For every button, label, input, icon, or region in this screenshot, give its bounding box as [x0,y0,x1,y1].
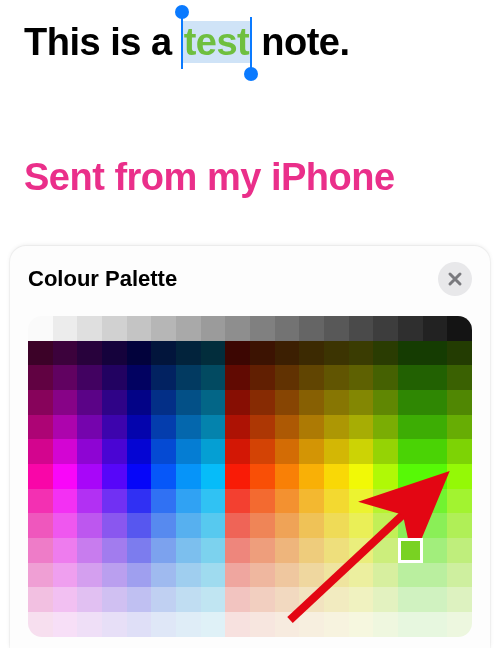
colour-swatch[interactable] [250,489,275,514]
colour-swatch[interactable] [225,439,250,464]
colour-swatch[interactable] [398,538,423,563]
colour-swatch[interactable] [28,365,53,390]
colour-swatch[interactable] [53,587,78,612]
colour-swatch[interactable] [176,513,201,538]
colour-swatch[interactable] [324,415,349,440]
colour-swatch[interactable] [102,513,127,538]
colour-swatch[interactable] [349,489,374,514]
colour-swatch[interactable] [423,439,448,464]
colour-swatch[interactable] [447,612,472,637]
selection-handle-start[interactable] [181,17,184,69]
colour-swatch[interactable] [349,538,374,563]
colour-swatch[interactable] [151,439,176,464]
colour-swatch[interactable] [373,513,398,538]
colour-swatch[interactable] [151,612,176,637]
colour-swatch[interactable] [423,538,448,563]
colour-swatch[interactable] [127,587,152,612]
note-text-line[interactable]: This is a test note. [24,20,476,66]
colour-swatch[interactable] [398,341,423,366]
colour-swatch[interactable] [447,316,472,341]
colour-swatch[interactable] [77,489,102,514]
colour-swatch[interactable] [28,316,53,341]
colour-swatch[interactable] [250,563,275,588]
colour-swatch[interactable] [225,587,250,612]
colour-swatch[interactable] [127,439,152,464]
colour-swatch[interactable] [176,365,201,390]
colour-swatch[interactable] [28,587,53,612]
colour-swatch[interactable] [77,415,102,440]
colour-swatch[interactable] [299,538,324,563]
note-editor[interactable]: This is a test note. Sent from my iPhone [0,0,500,199]
colour-swatch[interactable] [176,341,201,366]
colour-swatch[interactable] [28,464,53,489]
colour-swatch[interactable] [423,513,448,538]
colour-swatch[interactable] [373,390,398,415]
colour-swatch[interactable] [447,439,472,464]
colour-swatch[interactable] [349,341,374,366]
colour-swatch[interactable] [176,316,201,341]
colour-swatch[interactable] [102,563,127,588]
colour-swatch[interactable] [225,464,250,489]
colour-swatch[interactable] [201,316,226,341]
colour-swatch[interactable] [299,341,324,366]
colour-swatch[interactable] [201,439,226,464]
colour-swatch[interactable] [250,390,275,415]
colour-swatch[interactable] [77,439,102,464]
colour-swatch[interactable] [398,587,423,612]
colour-swatch[interactable] [275,612,300,637]
colour-swatch[interactable] [102,390,127,415]
colour-swatch[interactable] [373,563,398,588]
colour-swatch[interactable] [299,316,324,341]
colour-swatch[interactable] [28,538,53,563]
colour-swatch[interactable] [250,587,275,612]
colour-swatch[interactable] [77,390,102,415]
colour-swatch[interactable] [250,439,275,464]
colour-swatch[interactable] [349,365,374,390]
colour-swatch[interactable] [176,563,201,588]
colour-swatch[interactable] [127,390,152,415]
colour-swatch[interactable] [28,513,53,538]
colour-swatch[interactable] [127,365,152,390]
colour-swatch[interactable] [398,563,423,588]
colour-swatch[interactable] [299,415,324,440]
colour-swatch[interactable] [250,612,275,637]
colour-swatch[interactable] [28,489,53,514]
colour-swatch[interactable] [447,341,472,366]
colour-swatch[interactable] [250,341,275,366]
colour-swatch[interactable] [299,563,324,588]
colour-swatch[interactable] [53,538,78,563]
colour-swatch[interactable] [53,612,78,637]
colour-swatch[interactable] [349,316,374,341]
colour-grid[interactable] [28,316,472,637]
colour-swatch[interactable] [127,538,152,563]
colour-swatch[interactable] [447,538,472,563]
colour-swatch[interactable] [423,341,448,366]
colour-swatch[interactable] [447,489,472,514]
colour-swatch[interactable] [151,489,176,514]
colour-swatch[interactable] [127,489,152,514]
colour-swatch[interactable] [225,489,250,514]
colour-swatch[interactable] [398,390,423,415]
colour-swatch[interactable] [77,612,102,637]
colour-swatch[interactable] [127,316,152,341]
colour-swatch[interactable] [225,612,250,637]
colour-swatch[interactable] [151,538,176,563]
colour-swatch[interactable] [102,415,127,440]
colour-swatch[interactable] [77,316,102,341]
colour-swatch[interactable] [299,587,324,612]
colour-swatch[interactable] [201,365,226,390]
colour-swatch[interactable] [225,513,250,538]
colour-swatch[interactable] [53,563,78,588]
colour-swatch[interactable] [324,563,349,588]
colour-swatch[interactable] [176,489,201,514]
colour-swatch[interactable] [201,587,226,612]
colour-swatch[interactable] [151,316,176,341]
colour-swatch[interactable] [102,341,127,366]
colour-swatch[interactable] [349,464,374,489]
colour-swatch[interactable] [324,316,349,341]
colour-swatch[interactable] [102,538,127,563]
colour-swatch[interactable] [275,415,300,440]
colour-swatch[interactable] [373,415,398,440]
colour-swatch[interactable] [299,464,324,489]
colour-swatch[interactable] [324,365,349,390]
